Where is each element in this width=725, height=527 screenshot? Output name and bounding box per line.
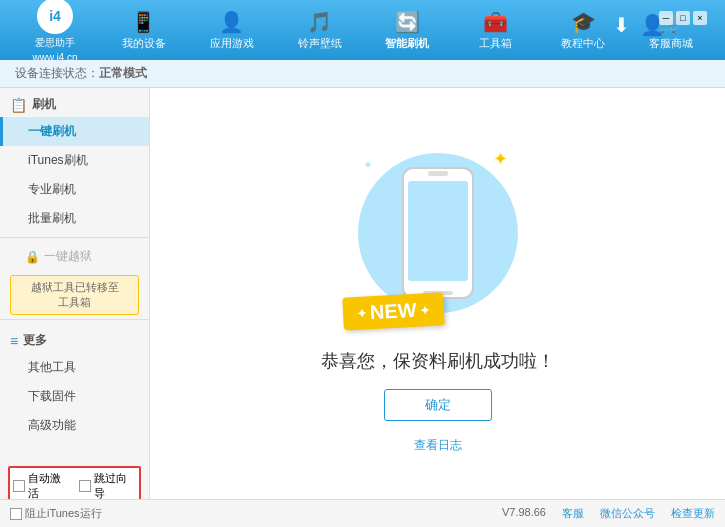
nav-tutorials-label: 教程中心 — [561, 36, 605, 51]
new-badge-sparkle-left: ✦ — [356, 306, 367, 321]
nav-ringtones[interactable]: 🎵 铃声壁纸 — [290, 10, 350, 51]
device-checkboxes-container: 自动激活 跳过向导 — [8, 466, 141, 499]
svg-rect-2 — [428, 171, 448, 176]
logo-icon: i4 — [37, 0, 73, 34]
stop-itunes-label: 阻止iTunes运行 — [25, 506, 102, 521]
content-area: ✦ ✦ ✦ NEW ✦ 恭喜您，保资料刷机成功啦！ 确定 查看日志 — [150, 88, 725, 499]
apps-icon: 👤 — [219, 10, 244, 34]
sidebar-item-download-firmware[interactable]: 下载固件 — [0, 382, 149, 411]
ringtones-icon: 🎵 — [307, 10, 332, 34]
auto-activate-checkbox[interactable]: 自动激活 — [13, 471, 71, 499]
new-badge-text: NEW — [369, 299, 417, 324]
device-checkbox-panel: 自动激活 跳过向导 📱 iPhone 15 Pro Max 512GB iPho… — [0, 460, 149, 499]
download-icon[interactable]: ⬇ — [613, 13, 630, 37]
nav-apps[interactable]: 👤 应用游戏 — [202, 10, 262, 51]
nav-store-label: 客服商城 — [649, 36, 693, 51]
new-badge-sparkle-right: ✦ — [419, 303, 430, 318]
svg-rect-1 — [408, 181, 468, 281]
logo-text: 爱思助手 — [35, 36, 75, 50]
sidebar-item-itunes-flash[interactable]: iTunes刷机 — [0, 146, 149, 175]
new-badge: ✦ NEW ✦ — [342, 292, 444, 330]
sidebar-item-other-tools[interactable]: 其他工具 — [0, 353, 149, 382]
auto-activate-checkbox-box[interactable] — [13, 480, 25, 492]
smart-flash-icon: 🔄 — [395, 10, 420, 34]
sparkle-top-left: ✦ — [363, 158, 373, 172]
nav-smart-flash[interactable]: 🔄 智能刷机 — [377, 10, 437, 51]
version-label: V7.98.66 — [502, 506, 546, 521]
bottom-right: V7.98.66 客服 微信公众号 检查更新 — [502, 506, 715, 521]
logo-subtext: www.i4.cn — [32, 52, 77, 63]
wechat-link[interactable]: 微信公众号 — [600, 506, 655, 521]
toolbox-icon: 🧰 — [483, 10, 508, 34]
sidebar-divider — [0, 237, 149, 238]
sidebar-disabled-jailbreak: 🔒 一键越狱 — [0, 242, 149, 271]
success-message: 恭喜您，保资料刷机成功啦！ — [321, 349, 555, 373]
nav-toolbox-label: 工具箱 — [479, 36, 512, 51]
top-navigation-bar: i4 爱思助手 www.i4.cn 📱 我的设备 👤 应用游戏 🎵 铃声壁纸 🔄… — [0, 0, 725, 60]
nav-my-device-label: 我的设备 — [122, 36, 166, 51]
sidebar-item-pro-flash[interactable]: 专业刷机 — [0, 175, 149, 204]
nav-toolbox[interactable]: 🧰 工具箱 — [465, 10, 525, 51]
nav-ringtones-label: 铃声壁纸 — [298, 36, 342, 51]
sidebar: 📋 刷机 一键刷机 iTunes刷机 专业刷机 批量刷机 🔒 一键越狱 越狱工具… — [0, 88, 150, 499]
view-log-link[interactable]: 查看日志 — [414, 437, 462, 454]
sidebar-section-flash: 📋 刷机 — [0, 88, 149, 117]
logo-area: i4 爱思助手 www.i4.cn — [10, 0, 100, 63]
sidebar-item-one-click-flash[interactable]: 一键刷机 — [0, 117, 149, 146]
user-icon[interactable]: 👤 — [640, 13, 665, 37]
status-prefix: 设备连接状态： — [15, 65, 99, 82]
status-bar: 设备连接状态： 正常模式 — [0, 60, 725, 88]
tutorials-icon: 🎓 — [571, 10, 596, 34]
status-mode: 正常模式 — [99, 65, 147, 82]
success-panel: ✦ ✦ ✦ NEW ✦ 恭喜您，保资料刷机成功啦！ 确定 查看日志 — [321, 133, 555, 454]
skip-wizard-checkbox[interactable]: 跳过向导 — [79, 471, 137, 499]
close-button[interactable]: × — [693, 11, 707, 25]
skip-wizard-label: 跳过向导 — [94, 471, 137, 499]
bottom-status-bar: 阻止iTunes运行 V7.98.66 客服 微信公众号 检查更新 — [0, 499, 725, 527]
customer-service-link[interactable]: 客服 — [562, 506, 584, 521]
stop-itunes-checkbox-box[interactable] — [10, 508, 22, 520]
sidebar-divider2 — [0, 319, 149, 320]
more-section-label: 更多 — [23, 332, 47, 349]
main-layout: 📋 刷机 一键刷机 iTunes刷机 专业刷机 批量刷机 🔒 一键越狱 越狱工具… — [0, 88, 725, 499]
my-device-icon: 📱 — [131, 10, 156, 34]
nav-smart-flash-label: 智能刷机 — [385, 36, 429, 51]
logo-letter: i4 — [49, 8, 61, 24]
sparkle-top-right: ✦ — [493, 148, 508, 170]
more-section-icon: ≡ — [10, 333, 18, 349]
flash-section-label: 刷机 — [32, 96, 56, 113]
nav-apps-label: 应用游戏 — [210, 36, 254, 51]
phone-illustration: ✦ ✦ ✦ NEW ✦ — [338, 133, 538, 333]
phone-svg — [398, 163, 478, 303]
auto-activate-label: 自动激活 — [28, 471, 71, 499]
sidebar-section-more: ≡ 更多 — [0, 324, 149, 353]
sidebar-notice: 越狱工具已转移至工具箱 — [10, 275, 139, 315]
check-update-link[interactable]: 检查更新 — [671, 506, 715, 521]
stop-itunes-checkbox[interactable]: 阻止iTunes运行 — [10, 506, 102, 521]
bottom-left: 阻止iTunes运行 — [10, 506, 102, 521]
maximize-button[interactable]: □ — [676, 11, 690, 25]
flash-section-icon: 📋 — [10, 97, 27, 113]
nav-my-device[interactable]: 📱 我的设备 — [114, 10, 174, 51]
sidebar-item-advanced[interactable]: 高级功能 — [0, 411, 149, 440]
skip-wizard-checkbox-box[interactable] — [79, 480, 91, 492]
sidebar-item-batch-flash[interactable]: 批量刷机 — [0, 204, 149, 233]
nav-tutorials[interactable]: 🎓 教程中心 — [553, 10, 613, 51]
confirm-button[interactable]: 确定 — [384, 389, 492, 421]
